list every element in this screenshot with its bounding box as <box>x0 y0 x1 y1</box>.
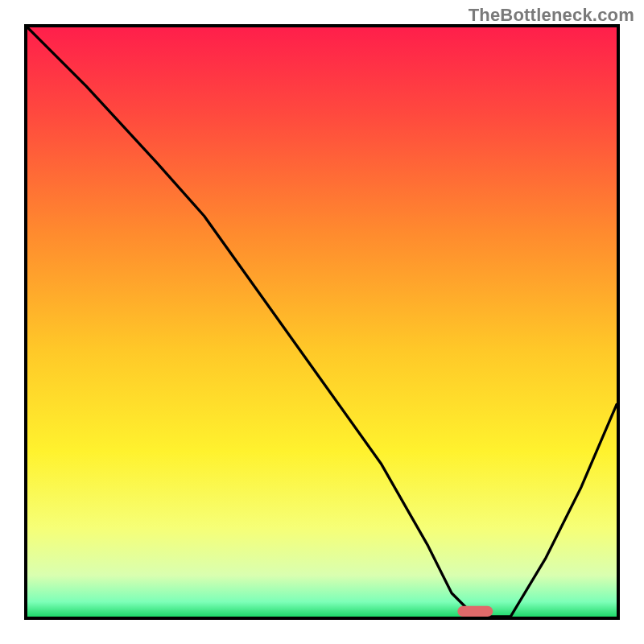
watermark-text: TheBottleneck.com <box>469 5 634 26</box>
bottleneck-curve <box>27 27 617 617</box>
curve-layer <box>27 27 617 617</box>
plot-area <box>24 24 620 620</box>
optimum-marker <box>457 606 493 617</box>
chart-container: TheBottleneck.com <box>0 0 644 644</box>
